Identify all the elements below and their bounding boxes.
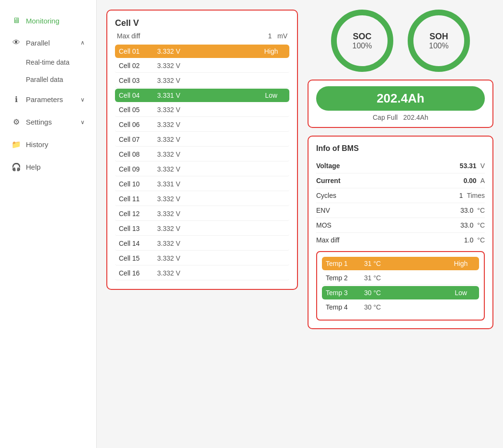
bms-title: Info of BMS <box>316 144 485 153</box>
cell-name: Cell 06 <box>119 121 157 128</box>
top-row: Cell V Max diff 1 mV Cell 013.332 VHighC… <box>106 10 493 329</box>
sidebar-label-realtime: Real-time data <box>26 58 69 66</box>
temp-row: Temp 131 °CHigh <box>322 257 479 270</box>
bms-row-label: Voltage <box>316 162 340 170</box>
bms-row-value: 53.31 <box>460 162 477 170</box>
soh-label: SOH <box>429 32 448 42</box>
max-diff-value-unit: 1 mV <box>268 32 287 40</box>
cell-row: Cell 073.332 V <box>115 133 289 147</box>
temp-name: Temp 2 <box>326 274 364 282</box>
bms-row-value: 0.00 <box>463 177 476 184</box>
cell-voltage: 3.332 V <box>157 269 257 277</box>
bms-rows: Voltage53.31VCurrent0.00ACycles1TimesENV… <box>316 159 485 247</box>
cell-voltage: 3.331 V <box>157 92 257 99</box>
cell-row: Cell 153.332 V <box>115 252 289 265</box>
cell-row: Cell 133.332 V <box>115 222 289 236</box>
bms-row-unit: °C <box>477 221 485 229</box>
sidebar-item-settings[interactable]: ⚙ Settings ∨ <box>0 111 96 133</box>
bms-row-values: 1Times <box>459 192 485 199</box>
bms-row-value: 1.0 <box>464 236 473 244</box>
soc-label: SOC <box>353 32 371 42</box>
cell-voltage: 3.332 V <box>157 195 257 203</box>
capacity-card: 202.4Ah Cap Full 202.4Ah <box>308 80 493 128</box>
soh-ring: SOH 100% <box>408 10 470 72</box>
cell-name: Cell 08 <box>119 150 157 158</box>
max-diff-value: 1 <box>268 32 272 40</box>
cell-row: Cell 053.332 V <box>115 103 289 117</box>
folder-icon: 📁 <box>11 140 21 149</box>
cell-row: Cell 043.331 VLow <box>115 89 289 102</box>
sidebar-label-parallel-data: Parallel data <box>26 76 63 83</box>
cell-name: Cell 01 <box>119 47 157 55</box>
cell-name: Cell 11 <box>119 195 157 203</box>
temp-row: Temp 231 °C <box>322 271 479 285</box>
chevron-icon: ∧ <box>80 39 85 46</box>
temp-row: Temp 330 °CLow <box>322 286 479 299</box>
bms-row-value: 1 <box>459 192 463 199</box>
cell-voltage: 3.332 V <box>157 136 257 143</box>
cell-row: Cell 143.332 V <box>115 237 289 251</box>
cell-name: Cell 12 <box>119 210 157 218</box>
temp-status: High <box>446 260 475 267</box>
circles-row: SOC 100% SOH 100% <box>308 10 493 72</box>
bms-row-value: 33.0 <box>460 221 473 229</box>
cell-name: Cell 02 <box>119 62 157 69</box>
cell-row: Cell 023.332 V <box>115 59 289 73</box>
sidebar-label-help: Help <box>26 163 41 171</box>
sidebar-label-parallel: Parallel <box>26 39 50 47</box>
soc-value: 100% <box>353 42 372 50</box>
soc-circle: SOC 100% <box>331 10 393 72</box>
cell-v-title: Cell V <box>115 18 139 28</box>
cell-name: Cell 14 <box>119 240 157 247</box>
soc-ring: SOC 100% <box>331 10 393 72</box>
max-diff-unit: mV <box>277 32 287 40</box>
bms-row-unit: °C <box>477 207 485 214</box>
cell-row: Cell 083.332 V <box>115 148 289 161</box>
cell-v-header: Cell V <box>115 18 289 28</box>
bms-row-values: 53.31V <box>460 162 485 170</box>
temp-value: 30 °C <box>364 289 446 297</box>
cell-voltage: 3.332 V <box>157 240 257 247</box>
sidebar-item-history[interactable]: 📁 History <box>0 133 96 156</box>
bms-row: MOS33.0°C <box>316 218 485 233</box>
temp-card: Temp 131 °CHighTemp 231 °CTemp 330 °CLow… <box>316 251 485 321</box>
sidebar-item-parameters[interactable]: ℹ Parameters ∨ <box>0 88 96 111</box>
sidebar-item-realtime[interactable]: Real-time data <box>0 54 96 71</box>
bms-row-value: 33.0 <box>460 207 473 214</box>
temp-value: 30 °C <box>364 303 446 311</box>
cell-name: Cell 07 <box>119 136 157 143</box>
cell-row: Cell 013.332 VHigh <box>115 45 289 58</box>
cell-voltage: 3.331 V <box>157 180 257 188</box>
chevron-down-icon: ∨ <box>80 96 85 103</box>
cell-status: Low <box>257 92 286 99</box>
headphone-icon: 🎧 <box>11 162 21 172</box>
temp-value: 31 °C <box>364 260 446 267</box>
bms-row-unit: A <box>480 177 485 184</box>
cell-name: Cell 15 <box>119 254 157 262</box>
bms-row: ENV33.0°C <box>316 203 485 218</box>
cell-name: Cell 10 <box>119 180 157 188</box>
soh-circle: SOH 100% <box>408 10 470 72</box>
cell-voltage: 3.332 V <box>157 150 257 158</box>
bms-row: Voltage53.31V <box>316 159 485 173</box>
cell-v-card: Cell V Max diff 1 mV Cell 013.332 VHighC… <box>106 10 298 290</box>
cell-name: Cell 05 <box>119 106 157 114</box>
sidebar-item-help[interactable]: 🎧 Help <box>0 156 96 178</box>
sidebar-label-parameters: Parameters <box>26 95 63 103</box>
info-icon: ℹ <box>11 95 21 104</box>
sidebar-item-monitoring[interactable]: 🖥 Monitoring <box>0 10 96 32</box>
sidebar-item-parallel-data[interactable]: Parallel data <box>0 71 96 88</box>
temp-value: 31 °C <box>364 274 446 282</box>
bms-row-label: MOS <box>316 221 332 229</box>
cell-voltage: 3.332 V <box>157 210 257 218</box>
max-diff-label: Max diff <box>117 32 140 40</box>
sidebar-label-monitoring: Monitoring <box>26 17 59 25</box>
monitor-icon: 🖥 <box>11 16 21 25</box>
bms-card: Info of BMS Voltage53.31VCurrent0.00ACyc… <box>308 136 493 329</box>
cell-list: Cell 013.332 VHighCell 023.332 VCell 033… <box>115 45 289 280</box>
bms-row-label: Cycles <box>316 192 336 199</box>
sidebar-label-history: History <box>26 140 48 149</box>
sidebar-item-parallel[interactable]: 👁 Parallel ∧ <box>0 32 96 54</box>
cell-row: Cell 123.332 V <box>115 207 289 221</box>
cap-full-label: Cap Full <box>373 114 398 121</box>
